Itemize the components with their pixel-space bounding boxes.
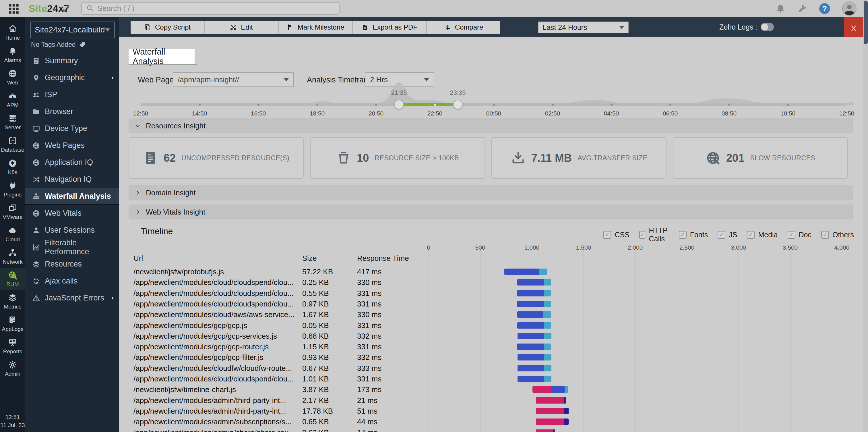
row-url[interactable]: /app/newclient/modules/cloud/cloudspend/… [133,289,299,298]
filter-checkbox-doc[interactable]: ✓Doc [787,231,811,239]
sidebar-item-summary[interactable]: Summary [25,52,119,69]
monitor-selector[interactable]: Site24x7-Localbuild [30,22,115,38]
sidebar-item-waterfall-analysis[interactable]: Waterfall Analysis [25,188,119,205]
row-url[interactable]: /app/newclient/modules/cloud/cloudspend/… [133,278,299,287]
rail-item-plugins[interactable]: Plugins [0,178,25,201]
app-grid-icon[interactable] [8,3,20,14]
table-row[interactable]: /app/newclient/modules/cloud/cloudspend/… [119,277,868,288]
sidebar-item-isp[interactable]: ISP [25,86,119,103]
compare-button[interactable]: Compare [427,21,500,34]
table-row[interactable]: /app/newclient/modules/gcp/gcp.js0.05 KB… [119,320,868,331]
settings-wrench-icon[interactable] [797,4,807,13]
sidebar-item-resources[interactable]: Resources [25,256,119,272]
rail-item-network[interactable]: Network [0,245,25,268]
sidebar-item-web-pages[interactable]: Web Pages [25,137,119,154]
rail-item-web[interactable]: Web [0,66,25,88]
user-avatar[interactable] [842,1,857,16]
rail-item-admin[interactable]: Admin [0,357,25,380]
row-url[interactable]: /app/newclient/modules/admin/subscriptio… [133,417,299,426]
slider-handle-end[interactable] [453,100,463,110]
sidebar-item-user-sessions[interactable]: User Sessions [25,222,119,239]
row-url[interactable]: /app/newclient/modules/cloud/cloudspend/… [133,375,299,383]
row-url[interactable]: /app/newclient/modules/gcp/gcp-services.… [133,332,299,341]
edit-button[interactable]: Edit [205,21,279,34]
sidebar-item-application-iq[interactable]: Application IQ [25,154,119,171]
table-row[interactable]: /app/newclient/modules/cloudfw/cloudfw-r… [119,363,868,374]
filter-label: Others [832,231,854,239]
filter-checkbox-media[interactable]: ✓Media [747,231,778,239]
rail-item-applogs[interactable]: AppLogs [0,313,25,335]
filter-checkbox-http-calls[interactable]: ✓HTTP Calls [639,226,669,243]
rail-item-home[interactable]: Home [0,21,25,44]
table-row[interactable]: /app/newclient/modules/cloud/cloudspend/… [119,299,868,309]
insight-card-label: AVG.TRANSFER SIZE [578,154,647,162]
table-row[interactable]: /newclient/jsfw/timeline-chart.js3.87 KB… [119,384,868,395]
table-row[interactable]: /app/newclient/modules/cloud/cloudspend/… [119,374,868,384]
rail-item-k8s[interactable]: K8s [0,156,25,178]
row-url[interactable]: /app/newclient/modules/gcp/gcp-filter.js [133,353,299,362]
row-url[interactable]: /newclient/jsfw/protobufjs.js [133,267,299,276]
filter-checkbox-js[interactable]: ✓JS [718,231,737,239]
notification-bell-icon[interactable] [776,4,785,13]
table-row[interactable]: /app/newclient/modules/admin/third-party… [119,395,868,406]
row-url[interactable]: /app/newclient/modules/admin/third-party… [133,396,299,405]
help-icon[interactable]: ? [819,3,830,14]
row-url[interactable]: /app/newclient/modules/gcp/gcp.js [133,321,299,330]
row-url[interactable]: /newclient/jsfw/timeline-chart.js [133,385,299,394]
rail-item-rum[interactable]: RUM [0,268,25,290]
table-row[interactable]: /app/newclient/modules/admin/subscriptio… [119,416,868,427]
table-row[interactable]: /newclient/jsfw/protobufjs.js57.22 KB417… [119,266,868,277]
rail-item-vmware[interactable]: VMware [0,201,25,223]
rail-item-database[interactable]: Database [0,133,25,156]
slider-handle-start[interactable] [394,100,404,110]
table-row[interactable]: /app/newclient/modules/cloud/aws/aws-ser… [119,309,868,320]
copy-script-button[interactable]: Copy Script [131,21,205,34]
row-url[interactable]: /app/newclient/modules/cloud/aws/aws-ser… [133,310,299,319]
table-row[interactable]: /app/newclient/modules/cloud/cloudspend/… [119,288,868,299]
tag-icon[interactable] [79,41,86,48]
close-button[interactable]: X [844,17,863,40]
row-url[interactable]: /app/newclient/modules/cloudfw/cloudfw-r… [133,364,299,373]
sidebar-item-device-type[interactable]: Device Type [25,120,119,137]
rail-item-server[interactable]: Server [0,111,25,133]
row-response-time: 331 ms [357,342,381,351]
rail-item-cloud[interactable]: Cloud [0,223,25,245]
web-vitals-insight-header[interactable]: Web Vitals Insight [129,204,853,220]
scrollbar-track[interactable] [863,0,868,432]
rail-item-metrics[interactable]: Metrics [0,290,25,313]
filter-checkbox-fonts[interactable]: ✓Fonts [679,231,708,239]
row-url[interactable]: /app/newclient/modules/gcp/gcp-router.js [133,342,299,351]
sidebar-item-browser[interactable]: Browser [25,103,119,120]
table-row[interactable]: /app/newclient/modules/admin/third-party… [119,406,868,416]
row-url[interactable]: /app/newclient/modules/admin/third-party… [133,407,299,415]
export-as-pdf-button[interactable]: Export as PDF [353,21,427,34]
sidebar-item-navigation-iq[interactable]: Navigation IQ [25,171,119,188]
rail-item-reports[interactable]: Reports [0,335,25,357]
domain-insight-header[interactable]: Domain Insight [129,185,853,200]
sidebar-item-web-vitals[interactable]: Web Vitals [25,205,119,222]
row-url[interactable]: /app/newclient/modules/cloud/cloudspend/… [133,299,299,309]
time-range-select[interactable]: Last 24 Hours [538,22,629,33]
filter-checkbox-css[interactable]: ✓CSS [603,231,629,239]
domain-insight-title: Domain Insight [146,189,195,197]
row-url[interactable]: /app/newclient/modules/admin/share/share… [133,428,299,432]
rail-item-alarms[interactable]: Alarms [0,44,25,66]
sidebar-item-geographic[interactable]: Geographic [25,69,119,86]
rail-item-apm[interactable]: APM [0,88,25,111]
scrollbar-thumb[interactable] [864,1,868,44]
filter-checkbox-others[interactable]: ✓Others [821,231,854,239]
sidebar-item-filterable-performance[interactable]: Filterable Performance [25,239,119,256]
table-row[interactable]: /app/newclient/modules/gcp/gcp-services.… [119,331,868,342]
search-box[interactable] [81,2,340,15]
expand-icon[interactable] [62,5,70,12]
table-row[interactable]: /app/newclient/modules/admin/share/share… [119,427,868,432]
zoho-logs-toggle[interactable] [761,23,774,31]
sidebar-item-ajax-calls[interactable]: Ajax calls [25,272,119,290]
resources-insight-header[interactable]: Resources Insight [129,118,853,133]
search-input[interactable] [97,4,334,13]
time-slider-selected-range[interactable] [399,103,458,106]
sidebar-item-javascript-errors[interactable]: JavaScript Errors [25,290,119,307]
table-row[interactable]: /app/newclient/modules/gcp/gcp-router.js… [119,342,868,352]
table-row[interactable]: /app/newclient/modules/gcp/gcp-filter.js… [119,352,868,363]
mark-milestone-button[interactable]: Mark Milestone [279,21,353,34]
